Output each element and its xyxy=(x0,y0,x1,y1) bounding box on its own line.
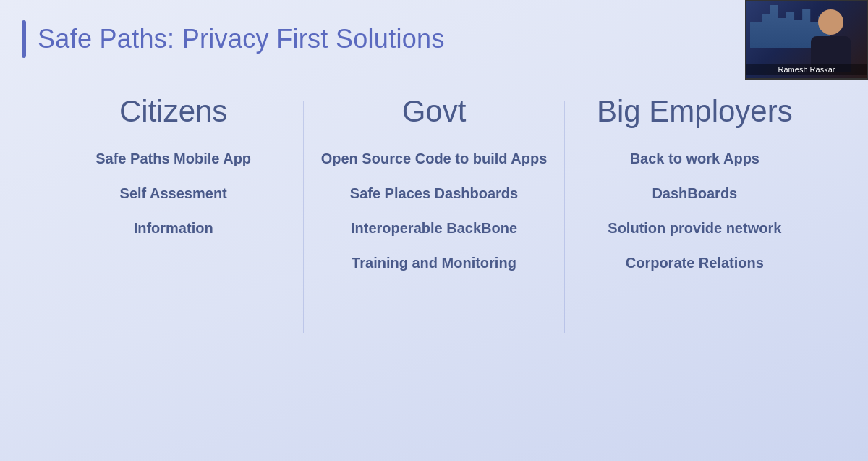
govt-column: Govt Open Source Code to build Apps Safe… xyxy=(304,94,563,288)
govt-column-header: Govt xyxy=(402,94,467,129)
govt-item-2: Safe Places Dashboards xyxy=(350,184,518,203)
header: Safe Paths: Privacy First Solutions xyxy=(0,0,868,72)
big-employers-item-4: Corporate Relations xyxy=(626,253,764,272)
big-employers-column: Big Employers Back to work Apps DashBoar… xyxy=(565,94,825,288)
header-accent-bar xyxy=(22,20,26,58)
govt-item-1: Open Source Code to build Apps xyxy=(321,149,548,168)
citizens-item-3: Information xyxy=(134,219,213,237)
webcam-overlay: Ramesh Raskar xyxy=(745,0,868,80)
citizens-item-2: Self Assesment xyxy=(120,184,227,203)
big-employers-item-1: Back to work Apps xyxy=(630,149,760,168)
webcam-label: Ramesh Raskar xyxy=(746,64,867,75)
citizens-column-header: Citizens xyxy=(119,94,227,129)
citizens-item-1: Safe Paths Mobile App xyxy=(95,149,251,168)
slide-title: Safe Paths: Privacy First Solutions xyxy=(38,24,445,54)
big-employers-column-header: Big Employers xyxy=(597,94,793,129)
govt-item-3: Interoperable BackBone xyxy=(351,219,517,237)
big-employers-item-3: Solution provide network xyxy=(608,219,781,237)
govt-item-4: Training and Monitoring xyxy=(352,253,516,272)
citizens-column: Citizens Safe Paths Mobile App Self Asse… xyxy=(43,94,303,253)
big-employers-item-2: DashBoards xyxy=(652,184,737,203)
columns-container: Citizens Safe Paths Mobile App Self Asse… xyxy=(0,80,868,333)
slide-container: Safe Paths: Privacy First Solutions Rame… xyxy=(0,0,868,461)
person-head xyxy=(818,9,843,35)
